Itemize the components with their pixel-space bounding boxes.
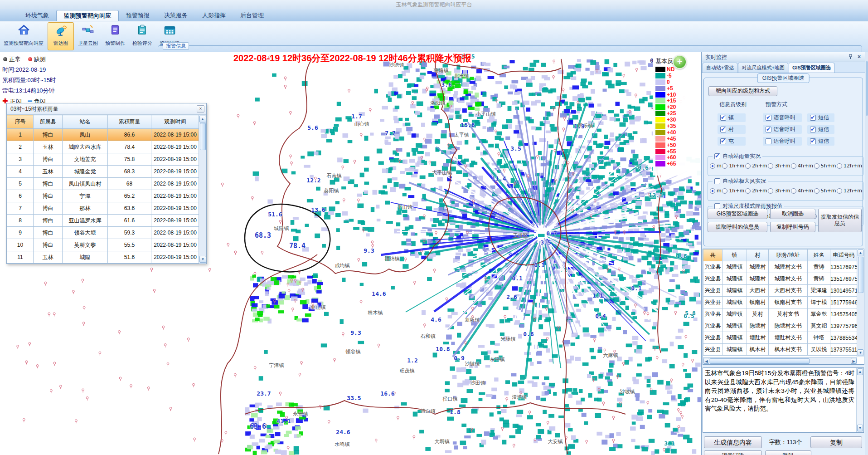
panel-tab-1[interactable]: 自动站+雷达	[703, 63, 737, 73]
toolbar-button-2[interactable]: 雷达图	[48, 22, 74, 50]
table-row[interactable]: 7博白那林63.62022-08-19 15:00	[7, 202, 199, 215]
table-row[interactable]: 10博白英桥文黎55.52022-08-19 15:00	[7, 239, 199, 251]
radio-option[interactable]: 12h+m	[837, 188, 862, 194]
radio-icon[interactable]	[710, 188, 715, 194]
call-button[interactable]: 呼叫	[765, 450, 811, 455]
rain-table-header[interactable]: 序号	[7, 115, 34, 129]
gis-select-button[interactable]: GIS预警区域圈选	[708, 209, 767, 219]
checkbox-icon[interactable]	[810, 127, 816, 132]
toolbar-button-3[interactable]: 卫星云图	[75, 22, 101, 50]
warning-message-textarea[interactable]: 玉林市气象台19日5时15分发布暴雨橙色预警信号：4时以来兴业县城隍大西水库已出…	[703, 367, 864, 433]
sms-chip[interactable]: 短信	[807, 113, 834, 122]
panel-tab-3[interactable]: GIS预警区域圈选	[789, 63, 834, 73]
table-row[interactable]: 1博白凤山86.62022-08-19 15:00	[7, 129, 199, 141]
checkbox-icon[interactable]	[810, 138, 816, 144]
radio-option[interactable]: 1h+m	[722, 163, 744, 169]
radio-option[interactable]: 4h+m	[791, 188, 813, 194]
menu-tab-4[interactable]: 决策服务	[157, 10, 195, 21]
radio-icon[interactable]	[814, 163, 820, 169]
close-icon[interactable]: ×	[197, 105, 204, 113]
toolbar-button-5[interactable]: 检验评分	[129, 22, 155, 50]
rain-table-header[interactable]: 所属县	[34, 115, 63, 129]
generate-message-button[interactable]: 生成信息内容	[704, 436, 762, 448]
map-zoom-plus-button[interactable]: +	[673, 55, 687, 69]
voice-chip[interactable]: 语音呼叫	[763, 137, 802, 146]
menu-tab-2[interactable]: 监测预警靶向叫应	[56, 10, 119, 21]
scroll-right-icon[interactable]: ▶	[851, 358, 857, 364]
rain-table-scrollbar[interactable]: ▲ ▼	[199, 115, 206, 264]
menu-tab-3[interactable]: 预警预报	[119, 10, 157, 21]
scroll-thumb[interactable]	[710, 358, 810, 364]
copy-numbers-button[interactable]: 复制呼叫号码	[770, 222, 815, 232]
radio-icon[interactable]	[745, 188, 751, 194]
rain-table-titlebar[interactable]: 03时~15时累积雨量	[7, 103, 206, 115]
level-chip[interactable]: 屯	[718, 137, 746, 146]
contact-header[interactable]: 姓名	[808, 250, 830, 261]
scroll-up-icon[interactable]: ▲	[858, 250, 863, 256]
scroll-down-icon[interactable]: ▼	[857, 425, 863, 431]
table-row[interactable]: 9博白顿谷大塘59.32022-08-19 15:00	[7, 227, 199, 239]
extract-call-button[interactable]: 提取呼叫的信息员	[708, 222, 767, 232]
table-row[interactable]: 3博白文地姜充75.82022-08-19 15:00	[7, 153, 199, 166]
checkbox-icon[interactable]	[720, 115, 726, 121]
table-row[interactable]: 8博白亚山温罗水库61.62022-08-19 15:00	[7, 215, 199, 227]
radio-option[interactable]: m	[710, 163, 722, 169]
table-row[interactable]: 兴业县城隍镇城隍村城隍村支书黄铸135176975	[703, 273, 858, 285]
checkbox-icon[interactable]	[766, 138, 771, 144]
table-row[interactable]: 兴业县城隍镇大西村大西村支书梁泽建130149571	[703, 285, 858, 297]
scroll-thumb[interactable]	[858, 257, 863, 293]
contact-header[interactable]: 县	[703, 250, 723, 261]
toolbar-button-4[interactable]: 预警制作	[102, 22, 128, 50]
panel-tab-2[interactable]: 对流尺度模式+地图	[738, 63, 788, 73]
map-canvas[interactable]: 沙塘镇蒲塘镇北市镇洛阳镇小平山镇山心镇太平镇民乐镇大平山镇石南镇葵阳镇平山镇城隍…	[0, 52, 701, 455]
targeting-level-button[interactable]: 靶向叫应的级别和方式	[708, 86, 777, 96]
radio-option[interactable]: 3h+m	[768, 188, 790, 194]
radio-icon[interactable]	[837, 163, 842, 169]
scroll-up-icon[interactable]: ▲	[199, 116, 206, 122]
table-row[interactable]: 兴业县城隍镇城隍村城隍村支书黄铸135176975	[703, 261, 858, 273]
radio-option[interactable]: 2h+m	[745, 188, 767, 194]
radio-option[interactable]: 12h+m	[837, 163, 862, 169]
table-row[interactable]: 兴业县城隍镇塘肚村塘肚村支书钟塔137885534	[703, 332, 858, 344]
contact-vscrollbar[interactable]: ▲ ▼	[857, 249, 864, 357]
level-chip[interactable]: 村	[718, 125, 746, 134]
radio-icon[interactable]	[791, 188, 796, 194]
contact-header[interactable]: 村	[747, 250, 769, 261]
checkbox-icon[interactable]	[720, 127, 726, 132]
contact-hscrollbar[interactable]: ◀ ▶	[703, 357, 857, 364]
checkbox-icon[interactable]	[720, 138, 726, 144]
checkbox-icon[interactable]	[810, 115, 816, 121]
menu-tab-6[interactable]: 后台管理	[233, 10, 271, 21]
table-row[interactable]: 兴业县城隍镇枫木村枫木村支书吴以悦137375511	[703, 344, 858, 356]
radio-option[interactable]: 2h+m	[745, 163, 767, 169]
checkbox-icon[interactable]	[714, 178, 720, 184]
checkbox-icon[interactable]	[714, 153, 720, 159]
radio-icon[interactable]	[722, 163, 727, 169]
radio-option[interactable]: 3h+m	[768, 163, 790, 169]
panel-scrollbar[interactable]	[865, 52, 868, 455]
scroll-down-icon[interactable]: ▼	[858, 349, 863, 356]
scroll-left-icon[interactable]: ◀	[703, 358, 709, 364]
radio-icon[interactable]	[837, 188, 842, 194]
level-chip[interactable]: 镇	[718, 113, 746, 122]
radio-icon[interactable]	[791, 163, 796, 169]
table-row[interactable]: 兴业县城隍镇镇南村镇南村支书谭于模151775946	[703, 297, 858, 308]
radio-icon[interactable]	[710, 163, 715, 169]
voice-chip[interactable]: 语音呼叫	[763, 113, 802, 122]
close-icon[interactable]: ×	[856, 54, 862, 60]
table-row[interactable]: 11玉林城隍51.62022-08-19 15:00	[7, 251, 199, 264]
scroll-down-icon[interactable]: ▼	[199, 256, 206, 263]
rain-table-header[interactable]: 站名	[63, 115, 108, 129]
radio-option[interactable]: 5h+m	[814, 163, 836, 169]
voice-chip[interactable]: 语音呼叫	[763, 125, 802, 134]
table-row[interactable]: 兴业县城隍镇莫村莫村支书覃金乾134575405	[703, 308, 858, 320]
contact-header[interactable]: 电话号码	[830, 250, 858, 261]
table-row[interactable]: 2玉林城隍大西水库78.42022-08-19 15:00	[7, 141, 199, 153]
contact-header[interactable]: 镇	[723, 250, 747, 261]
copy-button[interactable]: 复制	[810, 436, 862, 448]
cancel-select-button[interactable]: 取消圈选	[770, 209, 815, 219]
scroll-thumb[interactable]	[866, 61, 868, 116]
rain-table-header[interactable]: 累积雨量	[108, 115, 151, 129]
scroll-up-icon[interactable]: ▲	[857, 368, 863, 375]
radio-icon[interactable]	[768, 163, 773, 169]
